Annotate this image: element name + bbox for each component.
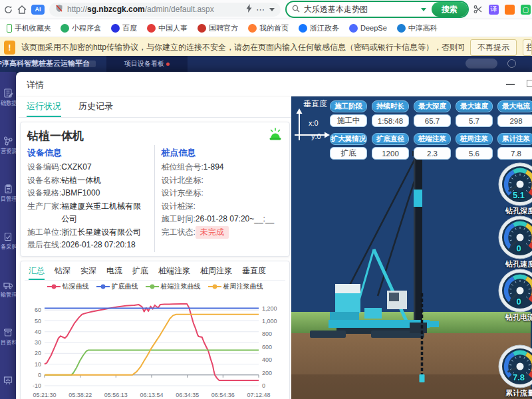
device-info-column: 设备信息 设备编码: CXZK07设备名称: 钻植一体机设备规格: JBMF10… [27,145,154,252]
search-box[interactable]: 大乐透基本走势图 搜索 [285,1,469,18]
stat-header: 桩周注浆 [456,133,493,145]
verticality-widget: 垂直度 x:0 y:0 [293,98,331,148]
sidebar-item[interactable] [0,375,16,386]
green-extension-icon[interactable]: ▢ [521,5,531,15]
legend-item[interactable]: 桩端注浆曲线 [146,282,201,291]
chart-tab[interactable]: 桩周注浆 [200,263,232,280]
svg-text:40: 40 [35,328,41,334]
sidebar-item[interactable]: 目管理 [0,184,16,203]
bookmark-icon [349,24,358,33]
minimize-icon[interactable] [506,84,515,85]
tab-running-status[interactable]: 运行状况 [27,96,61,117]
chevron-down-icon[interactable] [269,8,275,11]
bookmark-icon [7,24,12,33]
stat-value: 5.7 [456,114,493,127]
info-row: 设备编码: CXZK07 [27,161,149,174]
svg-text:1,200: 1,200 [262,305,277,311]
bookmark-item[interactable]: 中国人事 [147,23,188,33]
modal-title: 详情 [27,79,44,91]
svg-text:0: 0 [38,371,41,378]
bookmark-label: 中国人事 [158,23,188,33]
info-label: 设备编码: [27,161,61,174]
scissors-icon[interactable] [473,5,483,14]
legend-marker-icon [96,284,110,289]
search-input[interactable]: 大乐透基本走势图 [304,4,417,15]
status-badge: 未完成 [196,226,229,239]
gauge-drill-current: 0钻孔电流 [495,265,532,323]
sidebar-item[interactable]: 输管理 [0,279,16,299]
legend-item[interactable]: 桩周注浆曲线 [208,282,263,291]
gauge-dial-icon: 0 [495,212,532,261]
legend-item[interactable]: 扩底曲线 [96,282,138,291]
chart-tab[interactable]: 钻深 [55,263,70,280]
sidebar-item[interactable]: 础数据 [0,88,16,108]
sidebar-item-label: 目资料 [1,338,15,347]
tab-history[interactable]: 历史记录 [78,96,113,117]
chart-tab[interactable]: 桩端注浆 [158,263,190,280]
svg-text:50: 50 [35,317,41,324]
svg-text:600: 600 [262,343,272,350]
svg-text:06:13:54: 06:13:54 [140,392,163,398]
legend-label: 桩端注浆曲线 [161,282,201,291]
orange-extension-icon[interactable] [505,5,515,15]
bookmark-item[interactable]: 中淳高科 [397,23,438,33]
legend-label: 桩周注浆曲线 [223,282,263,291]
bookmark-icon [111,24,120,33]
chart-tabs: 汇总钻深实深电流扩底桩端注浆桩周注浆垂直度 [25,263,285,281]
svg-text:10: 10 [35,360,41,367]
translate-icon[interactable]: 译 [489,5,499,15]
sidebar-item[interactable]: 目资料 [0,327,16,347]
secondary-warning-button[interactable]: 拦 [523,39,532,56]
bookmark-item[interactable]: DeepSe [349,24,387,33]
sidebar-item[interactable]: 营资源 [0,136,16,156]
gauge-drill-depth: 5.1钻孔深度 [495,159,532,216]
legend-marker-icon [146,284,159,289]
info-row: 生产厂家: 福建厦兴重工机械有限公司 [27,200,149,226]
page-background: 中淳高科智慧桩基云运输平台 项目设备看板 础数据营资源目管理备采购输管理目资料 … [0,56,532,399]
bookmark-item[interactable]: 手机收藏夹 [7,23,51,33]
bookmark-icon [248,24,257,33]
svg-text:400: 400 [262,356,272,363]
bookmark-item[interactable]: 小程序盒 [61,23,101,33]
stat-header: 扩底直径 [372,133,409,145]
dismiss-warning-button[interactable]: 不再提示 [470,39,517,56]
nav-menu-item[interactable] [72,61,96,67]
chart-tab[interactable]: 扩底 [132,263,148,280]
bookmark-icon [198,24,206,33]
bookmark-item[interactable]: 我的首页 [248,23,289,33]
svg-text:垂直度: 垂直度 [303,99,327,108]
ai-assistant-badge[interactable]: AI [31,5,45,15]
gauge-total-flow: 7.8累计流量 [495,341,532,398]
more-options-icon[interactable]: ⋯ [256,5,265,15]
info-label: 桩位组合号: [162,161,203,174]
chart-tab[interactable]: 垂直度 [242,263,266,280]
info-value: 钻植一体机 [61,174,101,188]
active-nav-tab[interactable]: 项目设备看板 [106,56,188,72]
home-icon[interactable] [17,5,27,14]
search-button[interactable]: 搜索 [432,2,467,17]
legend-item[interactable]: 钻深曲线 [47,282,89,291]
svg-text:07:12:48: 07:12:48 [247,392,270,398]
flash-icon[interactable] [246,4,252,15]
chart-card: 汇总钻深实深电流扩底桩端注浆桩周注浆垂直度 钻深曲线扩底曲线桩端注浆曲线桩周注浆… [20,261,290,399]
bookmark-item[interactable]: 国聘官方 [198,23,238,33]
sidebar-item[interactable]: 备采购 [0,231,16,251]
header-user-pill[interactable] [466,59,497,68]
search-dropdown-icon[interactable] [421,8,426,11]
maximize-icon[interactable] [527,80,532,87]
chart-tab[interactable]: 汇总 [29,263,45,280]
info-value: 浙江长星建设有限公司 [61,226,141,239]
chart-tab[interactable]: 电流 [106,263,122,280]
bookmark-icon [61,24,69,33]
svg-text:x:0: x:0 [309,119,319,127]
url-bar[interactable]: http://sg.nbzcgk.com/admin/default.aspx … [49,3,281,17]
bookmark-item[interactable]: 浙江政务 [299,23,339,33]
chart-tab[interactable]: 实深 [80,263,96,280]
site-header: 中淳高科智慧桩基云运输平台 项目设备看板 [0,56,532,72]
bookmark-item[interactable]: 百度 [111,23,137,33]
info-row: 设计桩深: [162,200,283,213]
reload-icon[interactable] [4,5,13,14]
device-detail-panel: 运行状况历史记录 钻植一体机 设备信息 设备编码: CXZK07设备名称: 钻植… [16,96,291,399]
alarm-light-icon [268,128,283,144]
header-help-icon[interactable] [507,59,516,68]
